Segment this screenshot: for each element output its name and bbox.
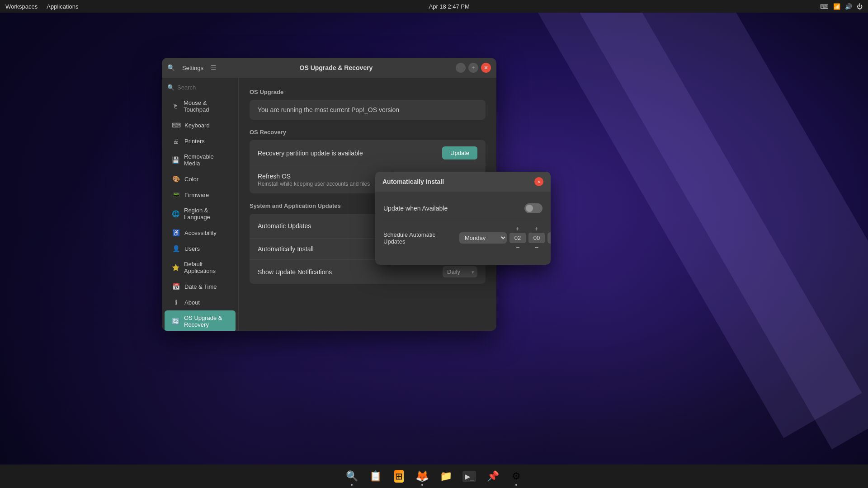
sidebar-item-firmware[interactable]: 📟 Firmware (165, 187, 236, 202)
schedule-inputs: Monday Sunday Tuesday Wednesday Thursday… (459, 225, 551, 251)
color-icon: 🎨 (172, 175, 180, 183)
keyboard-icon: ⌨ (820, 3, 829, 10)
default-applications-icon: ⭐ (172, 264, 179, 271)
topbar-datetime: Apr 18 2:47 PM (429, 3, 470, 10)
minute-value[interactable] (528, 233, 545, 243)
sidebar-item-about[interactable]: ℹ About (165, 295, 236, 310)
update-button[interactable]: Update (442, 146, 477, 160)
os-upgrade-status-box: You are running the most current Pop!_OS… (250, 100, 486, 120)
minimize-button[interactable]: — (456, 63, 466, 73)
sidebar-search-input[interactable] (177, 84, 233, 91)
schedule-updates-row: Schedule Automatic Updates Monday Sunday… (383, 218, 542, 256)
os-upgrade-icon: 🔄 (172, 318, 179, 325)
settings-sidebar: 🔍 🖱 Mouse & Touchpad ⌨ Keyboard 🖨 Printe… (162, 78, 239, 331)
topbar: Workspaces Applications Apr 18 2:47 PM ⌨… (0, 0, 868, 13)
toggle-sm-slider (524, 203, 542, 213)
schedule-label: Schedule Automatic Updates (383, 231, 456, 245)
recovery-partition-row: Recovery partition update is available U… (250, 140, 486, 166)
sidebar-search-icon: 🔍 (167, 84, 175, 91)
taskbar-terminal[interactable]: ▶_ (459, 466, 480, 487)
keyboard-sidebar-icon: ⌨ (172, 122, 180, 129)
ampm-select[interactable]: AM PM (547, 232, 551, 244)
sidebar-item-os-upgrade-recovery[interactable]: 🔄 OS Upgrade & Recovery (165, 310, 236, 331)
taskbar-magnifier[interactable]: 🔍 (341, 466, 362, 487)
accessibility-icon: ♿ (172, 229, 180, 236)
popup-close-icon: × (538, 179, 540, 184)
printers-icon: 🖨 (172, 137, 180, 145)
hour-value[interactable] (509, 233, 526, 243)
popup-close-button[interactable]: × (534, 177, 543, 186)
sidebar-item-accessibility[interactable]: ♿ Accessibility (165, 225, 236, 240)
topbar-workspaces[interactable]: Workspaces (5, 3, 38, 10)
hour-increment-button[interactable]: + (514, 225, 521, 233)
notifications-select-wrapper[interactable]: Daily Weekly Never (443, 266, 477, 277)
date-time-icon: 📅 (172, 283, 180, 290)
os-upgrade-message: You are running the most current Pop!_OS… (258, 106, 399, 113)
sidebar-item-date-time[interactable]: 📅 Date & Time (165, 279, 236, 294)
wifi-icon: 📶 (833, 3, 840, 10)
maximize-button[interactable]: + (468, 63, 478, 73)
sidebar-item-users[interactable]: 👤 Users (165, 241, 236, 256)
taskbar-grid[interactable]: ⊞ (388, 466, 409, 487)
region-language-icon: 🌐 (172, 210, 179, 217)
sidebar-item-keyboard[interactable]: ⌨ Keyboard (165, 117, 236, 133)
schedule-day-select[interactable]: Monday Sunday Tuesday Wednesday Thursday… (459, 232, 507, 244)
schedule-controls-row: Schedule Automatic Updates Monday Sunday… (383, 225, 551, 251)
removable-media-icon: 💾 (172, 156, 179, 164)
sidebar-item-printers[interactable]: 🖨 Printers (165, 133, 236, 149)
sidebar-search-bar[interactable]: 🔍 (162, 81, 238, 94)
close-button[interactable]: ✕ (481, 63, 491, 73)
taskbar-sticky[interactable]: 📌 (482, 466, 503, 487)
taskbar-notes[interactable]: 📋 (365, 466, 386, 487)
auto-install-popup: Automatically Install × Update when Avai… (375, 172, 551, 265)
taskbar: 🔍 📋 ⊞ 🦊 📁 ▶_ 📌 ⚙ (0, 465, 868, 488)
taskbar-files[interactable]: 📁 (435, 466, 456, 487)
power-icon: ⏻ (857, 3, 863, 10)
os-upgrade-section-title: OS Upgrade (250, 89, 486, 95)
users-icon: 👤 (172, 245, 180, 252)
popup-title: Automatically Install (382, 178, 444, 185)
search-icon[interactable]: 🔍 (167, 64, 175, 71)
show-notifications-label: Show Update Notifications (258, 268, 443, 276)
minute-increment-button[interactable]: + (533, 225, 540, 233)
detail-window-title: OS Upgrade & Recovery (217, 64, 456, 71)
update-when-available-toggle[interactable] (524, 203, 542, 213)
sidebar-item-mouse-touchpad[interactable]: 🖱 Mouse & Touchpad (165, 95, 236, 117)
recovery-partition-label: Recovery partition update is available (258, 150, 442, 157)
hour-stepper-group: + − (509, 225, 526, 251)
sidebar-item-removable-media[interactable]: 💾 Removable Media (165, 149, 236, 171)
sidebar-item-region-language[interactable]: 🌐 Region & Language (165, 203, 236, 225)
settings-window-title: Settings (182, 65, 203, 71)
popup-body: Update when Available Schedule Automatic… (375, 192, 551, 265)
taskbar-firefox[interactable]: 🦊 (412, 466, 433, 487)
menu-icon[interactable]: ☰ (211, 64, 217, 71)
notifications-select[interactable]: Daily Weekly Never (443, 266, 477, 277)
about-icon: ℹ (172, 299, 180, 306)
firmware-icon: 📟 (172, 191, 180, 198)
hour-decrement-button[interactable]: − (514, 243, 521, 251)
taskbar-settings[interactable]: ⚙ (506, 466, 527, 487)
topbar-applications[interactable]: Applications (47, 3, 78, 10)
minute-decrement-button[interactable]: − (533, 243, 540, 251)
update-when-available-label: Update when Available (383, 205, 524, 212)
sidebar-item-color[interactable]: 🎨 Color (165, 171, 236, 187)
auto-install-label: Automatically Install (258, 245, 389, 253)
sidebar-item-default-applications[interactable]: ⭐ Default Applications (165, 257, 236, 278)
mouse-touchpad-icon: 🖱 (172, 103, 179, 110)
update-when-available-row: Update when Available (383, 199, 542, 218)
popup-titlebar: Automatically Install × (375, 172, 551, 192)
settings-titlebar: 🔍 Settings ☰ OS Upgrade & Recovery — + ✕ (162, 58, 496, 78)
os-recovery-section-title: OS Recovery (250, 129, 486, 136)
minute-stepper-group: + − (528, 225, 545, 251)
volume-icon: 🔊 (845, 3, 852, 10)
